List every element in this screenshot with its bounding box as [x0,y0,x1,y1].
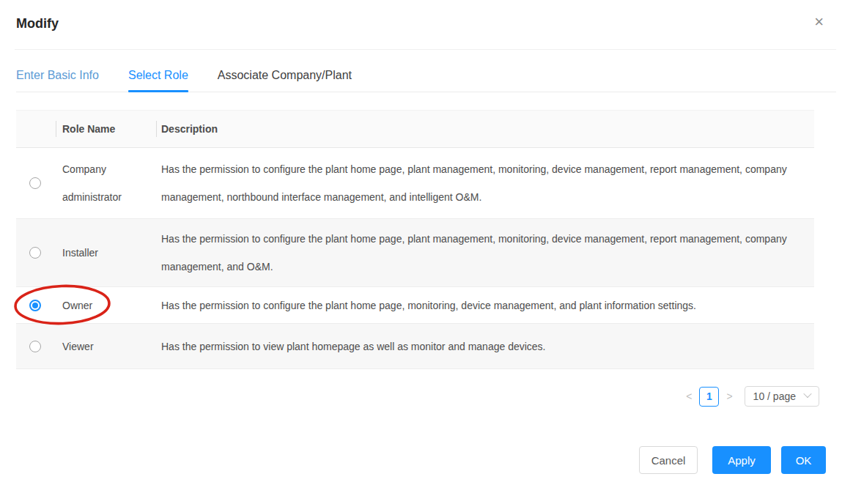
radio-company-administrator[interactable] [29,177,41,189]
role-name: Owner [56,288,156,323]
prev-page-icon[interactable]: < [682,390,696,402]
modify-dialog: Modify × Enter Basic Info Select Role As… [0,0,853,504]
table-row-owner[interactable]: Owner Has the permission to configure th… [16,287,814,324]
dialog-header: Modify × [0,0,853,49]
header-description: Description [156,115,814,143]
dialog-footer: Cancel Apply OK [0,446,826,474]
radio-cell [16,341,56,352]
next-page-icon[interactable]: > [722,390,736,402]
chevron-down-icon [803,390,811,398]
role-description: Has the permission to configure the plan… [156,288,814,323]
role-description: Has the permission to configure the plan… [156,152,814,215]
tab-associate-company-plant[interactable]: Associate Company/Plant [218,69,352,92]
role-name: Company administrator [56,152,156,215]
page-size-select[interactable]: 10 / page [745,386,819,407]
role-description: Has the permission to view plant homepag… [156,329,814,364]
tab-enter-basic-info[interactable]: Enter Basic Info [16,69,99,92]
tab-select-role[interactable]: Select Role [128,69,188,92]
cancel-button[interactable]: Cancel [639,446,698,474]
role-name: Installer [56,235,156,270]
table-row-company-administrator[interactable]: Company administrator Has the permission… [16,148,814,219]
radio-cell [16,247,56,259]
table-row-installer[interactable]: Installer Has the permission to configur… [16,219,814,287]
pagination: < 1 > 10 / page [0,386,819,407]
table-header-row: Role Name Description [16,110,814,148]
radio-cell [16,177,56,189]
close-icon[interactable]: × [814,15,824,29]
radio-cell [16,300,56,311]
page-size-label: 10 / page [753,390,796,402]
apply-button[interactable]: Apply [712,446,771,474]
dialog-title: Modify [16,16,837,32]
header-role-name: Role Name [56,115,156,143]
role-table: Role Name Description Company administra… [16,110,814,369]
ok-button[interactable]: OK [781,446,826,474]
role-description: Has the permission to configure the plan… [156,221,814,284]
page-number-button[interactable]: 1 [699,387,719,407]
radio-viewer[interactable] [29,341,41,352]
role-name: Viewer [56,329,156,364]
radio-installer[interactable] [29,247,41,259]
radio-owner[interactable] [29,300,41,311]
table-row-viewer[interactable]: Viewer Has the permission to view plant … [16,324,814,369]
tab-bar: Enter Basic Info Select Role Associate C… [16,50,836,92]
